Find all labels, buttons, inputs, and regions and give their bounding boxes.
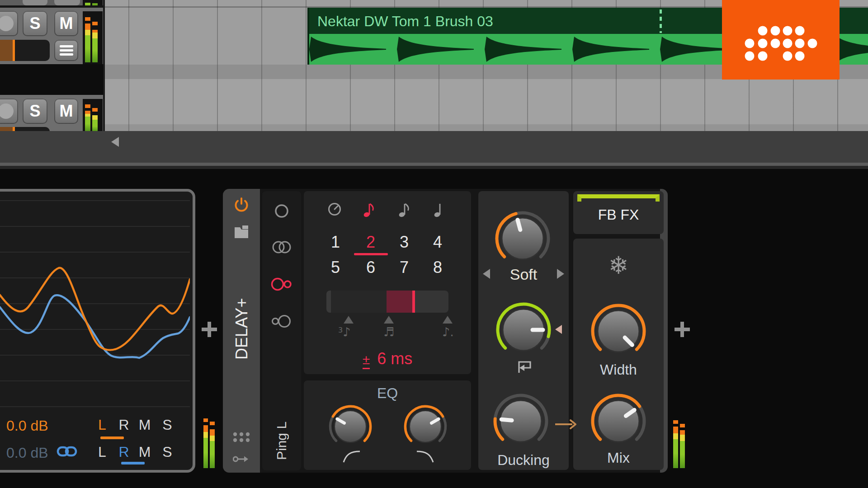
mode-mono-icon[interactable] — [269, 198, 294, 224]
fb-fx-label[interactable]: FB FX — [573, 206, 664, 223]
hamburger-icon — [60, 43, 73, 57]
mode-pong-ping-icon[interactable] — [269, 309, 294, 334]
section-divider[interactable] — [0, 163, 868, 166]
preset-folder-icon[interactable] — [233, 224, 250, 240]
marker-straight[interactable] — [384, 316, 394, 324]
add-device-button[interactable] — [202, 322, 217, 337]
scope-curve-orange — [0, 268, 190, 350]
record-icon — [0, 103, 14, 119]
bitwig-logo-dots-icon — [722, 0, 840, 80]
track-header-partial — [0, 0, 103, 5]
step-2-selected[interactable]: 2 — [359, 233, 383, 252]
timing-panel: 1 2 3 4 5 6 7 8 3♪ ♬ ♪. ± 6 ms — [304, 191, 471, 374]
device-title[interactable]: DELAY+ — [229, 270, 255, 388]
clock-icon[interactable] — [327, 202, 342, 216]
note-dotted-icon[interactable]: ♪. — [442, 325, 454, 339]
gain-value-a[interactable]: 0.0 dB — [6, 418, 48, 434]
clip-title[interactable]: Nektar DW Tom 1 Brush 03 — [317, 13, 493, 30]
fb-fx-active-bar — [577, 194, 660, 202]
track-header-1[interactable]: S M — [0, 8, 103, 64]
record-arm-button[interactable] — [0, 11, 18, 36]
offset-value[interactable]: 6 ms — [377, 349, 412, 368]
channel-a-underline — [100, 436, 124, 439]
gain-value-b[interactable]: 0.0 dB — [6, 445, 48, 461]
step-1[interactable]: 1 — [323, 233, 348, 252]
mode-stereo-icon[interactable] — [269, 235, 294, 260]
step-6[interactable]: 6 — [359, 258, 383, 277]
track-fader[interactable] — [0, 127, 50, 131]
note-triplet-icon[interactable]: 3♪ — [338, 325, 350, 339]
track-fader[interactable] — [0, 40, 50, 61]
plus-minus-icon[interactable]: ± — [363, 352, 370, 369]
routing-arrow-icon — [554, 418, 577, 431]
section-divider-shadow — [0, 166, 868, 169]
mode-ping-pong-icon[interactable] — [269, 272, 294, 297]
fb-fx-panel: ❄ Width Mix — [573, 239, 664, 470]
eq-highpass-knob[interactable] — [328, 404, 373, 449]
channel-s-b[interactable]: S — [158, 444, 176, 460]
offset-value-marker — [412, 291, 415, 313]
channel-r-b[interactable]: R — [115, 444, 133, 460]
track-meter — [83, 99, 103, 131]
drive-knob[interactable] — [494, 210, 552, 267]
delay-mode-column: Ping L — [262, 191, 301, 470]
key-arrow-icon[interactable] — [233, 451, 250, 467]
width-knob[interactable] — [590, 302, 647, 360]
meter — [83, 0, 103, 5]
add-device-button[interactable] — [675, 322, 690, 337]
bitwig-logo — [722, 0, 840, 80]
solo-button[interactable]: S — [23, 99, 47, 124]
mix-label: Mix — [573, 450, 664, 466]
lowpass-curve-icon — [416, 450, 434, 464]
step-3[interactable]: 3 — [392, 233, 416, 252]
ducking-knob[interactable] — [492, 392, 550, 450]
record-arm-button[interactable] — [0, 99, 18, 124]
track-header-2[interactable]: S M — [0, 95, 103, 131]
feedback-knob[interactable] — [495, 301, 552, 359]
note-eighth-icon[interactable] — [398, 200, 411, 218]
mute-button[interactable]: M — [54, 11, 78, 36]
delay-mode-label[interactable]: Ping L — [262, 408, 301, 474]
step-8[interactable]: 8 — [425, 258, 450, 277]
fb-fx-header[interactable]: FB FX — [573, 191, 664, 234]
step-7[interactable]: 7 — [392, 258, 416, 277]
device-header-strip[interactable]: DELAY+ — [223, 189, 260, 473]
channel-l-a[interactable]: L — [93, 417, 111, 433]
track-meter — [83, 11, 103, 64]
channel-meter-pair — [203, 418, 217, 469]
mix-knob[interactable] — [590, 392, 647, 450]
channel-m-a[interactable]: M — [136, 417, 154, 433]
daw-window: Nektar DW Tom 1 Brush 03 S M — [0, 0, 868, 488]
eq-label: EQ — [304, 385, 471, 402]
solo-button[interactable]: S — [23, 11, 47, 36]
channel-r-a[interactable]: R — [115, 417, 133, 433]
step-4[interactable]: 4 — [425, 233, 450, 252]
step-5[interactable]: 5 — [323, 258, 348, 277]
freeze-snowflake-icon[interactable]: ❄ — [573, 251, 664, 280]
mute-button[interactable]: M — [54, 99, 78, 124]
power-icon[interactable] — [233, 197, 250, 213]
marker-dotted[interactable] — [443, 316, 453, 324]
selected-step-underline — [354, 253, 388, 255]
mod-indicator-icon — [555, 325, 562, 334]
eq-lowpass-knob[interactable] — [403, 404, 448, 449]
repeat-icon[interactable] — [514, 359, 533, 375]
channel-l-b[interactable]: L — [93, 444, 111, 460]
dots-grid-icon[interactable] — [233, 429, 250, 445]
shape-selector[interactable]: Soft — [478, 266, 569, 283]
scroll-left-icon[interactable] — [111, 137, 119, 147]
channel-s-a[interactable]: S — [158, 417, 176, 433]
highpass-curve-icon — [343, 450, 361, 464]
note-sixteenth-icon[interactable]: ♬ — [383, 325, 394, 339]
note-eighth-red-icon[interactable] — [363, 200, 376, 218]
note-quarter-icon[interactable] — [434, 200, 446, 218]
track-menu-button[interactable] — [54, 40, 78, 61]
width-label: Width — [573, 361, 664, 378]
horizontal-scrollbar[interactable] — [0, 131, 868, 163]
marker-triplet[interactable] — [344, 316, 354, 324]
link-icon[interactable] — [57, 446, 77, 457]
offset-readout[interactable]: ± 6 ms — [304, 349, 471, 369]
channel-m-b[interactable]: M — [136, 444, 154, 460]
record-icon — [0, 16, 14, 31]
time-offset-slider[interactable] — [326, 291, 448, 313]
